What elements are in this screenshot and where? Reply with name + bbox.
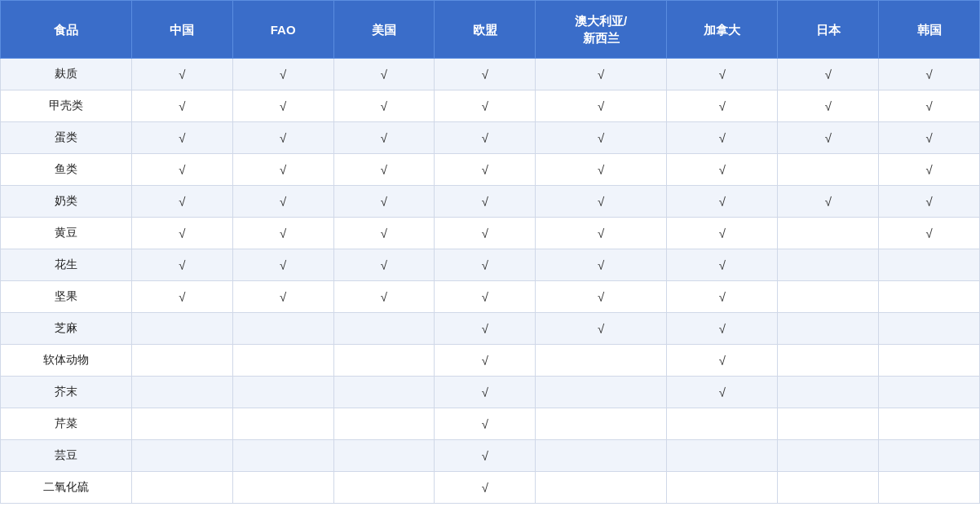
- data-cell-au: [536, 408, 667, 440]
- check-mark: √: [598, 195, 604, 209]
- food-name-cell: 鱼类: [1, 154, 132, 186]
- data-cell-kr: [879, 440, 980, 472]
- data-cell-cn: √: [131, 59, 232, 90]
- data-cell-jp: [778, 281, 879, 313]
- data-cell-cn: √: [131, 249, 232, 281]
- data-cell-au: [536, 440, 667, 472]
- check-mark: √: [482, 322, 488, 336]
- check-mark: √: [598, 163, 604, 177]
- data-cell-au: √: [536, 218, 667, 249]
- header-cell-cn: 中国: [131, 1, 232, 59]
- data-cell-ca: [667, 440, 778, 472]
- check-mark: √: [482, 386, 488, 399]
- check-mark: √: [482, 354, 488, 368]
- data-cell-ca: √: [667, 313, 778, 345]
- check-mark: √: [482, 481, 488, 495]
- data-cell-cn: √: [131, 281, 232, 313]
- check-mark: √: [179, 163, 185, 177]
- data-cell-fao: √: [232, 59, 333, 90]
- data-cell-kr: [879, 408, 980, 440]
- check-mark: √: [381, 290, 387, 304]
- data-cell-us: [333, 440, 435, 472]
- food-name-cell: 坚果: [1, 281, 132, 313]
- data-cell-eu: √: [435, 186, 536, 218]
- data-cell-kr: √: [879, 122, 980, 154]
- data-cell-au: √: [536, 281, 667, 313]
- check-mark: √: [179, 227, 185, 240]
- data-cell-cn: [131, 440, 232, 472]
- data-cell-us: √: [333, 59, 435, 90]
- data-cell-kr: [879, 249, 980, 281]
- check-mark: √: [381, 131, 387, 145]
- data-cell-us: √: [333, 90, 435, 122]
- data-cell-au: √: [536, 313, 667, 345]
- check-mark: √: [482, 99, 488, 113]
- data-cell-fao: √: [232, 186, 333, 218]
- allergen-table: 食品中国FAO美国欧盟澳大利亚/新西兰加拿大日本韩国 麸质√√√√√√√√甲壳类…: [0, 0, 980, 504]
- header-row: 食品中国FAO美国欧盟澳大利亚/新西兰加拿大日本韩国: [1, 1, 980, 59]
- check-mark: √: [925, 227, 932, 240]
- data-cell-kr: √: [879, 218, 980, 249]
- check-mark: √: [482, 449, 488, 463]
- table-row: 坚果√√√√√√: [1, 281, 980, 313]
- table-row: 芸豆√: [1, 440, 980, 472]
- data-cell-jp: √: [778, 122, 879, 154]
- check-mark: √: [280, 68, 286, 82]
- check-mark: √: [925, 68, 932, 82]
- table-body: 麸质√√√√√√√√甲壳类√√√√√√√√蛋类√√√√√√√√鱼类√√√√√√√…: [1, 59, 980, 504]
- data-cell-eu: √: [435, 90, 536, 122]
- data-cell-jp: [778, 249, 879, 281]
- table-row: 奶类√√√√√√√√: [1, 186, 980, 218]
- check-mark: √: [381, 163, 387, 177]
- data-cell-cn: [131, 313, 232, 345]
- check-mark: √: [925, 99, 932, 113]
- table-row: 芝麻√√√: [1, 313, 980, 345]
- header-cell-kr: 韩国: [879, 1, 980, 59]
- data-cell-us: [333, 377, 435, 408]
- data-cell-kr: √: [879, 59, 980, 90]
- check-mark: √: [280, 99, 286, 113]
- data-cell-cn: [131, 377, 232, 408]
- data-cell-eu: √: [435, 249, 536, 281]
- table-row: 花生√√√√√√: [1, 249, 980, 281]
- data-cell-jp: [778, 472, 879, 504]
- data-cell-jp: [778, 313, 879, 345]
- food-name-cell: 二氧化硫: [1, 472, 132, 504]
- table-header: 食品中国FAO美国欧盟澳大利亚/新西兰加拿大日本韩国: [1, 1, 980, 59]
- data-cell-cn: √: [131, 186, 232, 218]
- data-cell-au: [536, 345, 667, 377]
- check-mark: √: [719, 322, 726, 336]
- data-cell-ca: √: [667, 122, 778, 154]
- check-mark: √: [825, 131, 832, 145]
- data-cell-kr: √: [879, 186, 980, 218]
- data-cell-cn: √: [131, 218, 232, 249]
- check-mark: √: [719, 163, 726, 177]
- data-cell-ca: √: [667, 90, 778, 122]
- data-cell-kr: [879, 377, 980, 408]
- data-cell-eu: √: [435, 408, 536, 440]
- data-cell-au: √: [536, 154, 667, 186]
- check-mark: √: [825, 99, 832, 113]
- data-cell-au: [536, 472, 667, 504]
- check-mark: √: [598, 290, 604, 304]
- data-cell-eu: √: [435, 218, 536, 249]
- data-cell-ca: √: [667, 377, 778, 408]
- food-name-cell: 蛋类: [1, 122, 132, 154]
- food-name-cell: 芹菜: [1, 408, 132, 440]
- data-cell-ca: √: [667, 345, 778, 377]
- table-row: 麸质√√√√√√√√: [1, 59, 980, 90]
- data-cell-fao: [232, 313, 333, 345]
- data-cell-ca: √: [667, 154, 778, 186]
- data-cell-kr: [879, 281, 980, 313]
- food-name-cell: 芸豆: [1, 440, 132, 472]
- data-cell-us: [333, 472, 435, 504]
- data-cell-cn: [131, 408, 232, 440]
- check-mark: √: [482, 258, 488, 272]
- check-mark: √: [280, 290, 286, 304]
- check-mark: √: [381, 99, 387, 113]
- data-cell-us: √: [333, 281, 435, 313]
- data-cell-au: √: [536, 122, 667, 154]
- food-name-cell: 芥末: [1, 377, 132, 408]
- table-row: 蛋类√√√√√√√√: [1, 122, 980, 154]
- data-cell-kr: √: [879, 90, 980, 122]
